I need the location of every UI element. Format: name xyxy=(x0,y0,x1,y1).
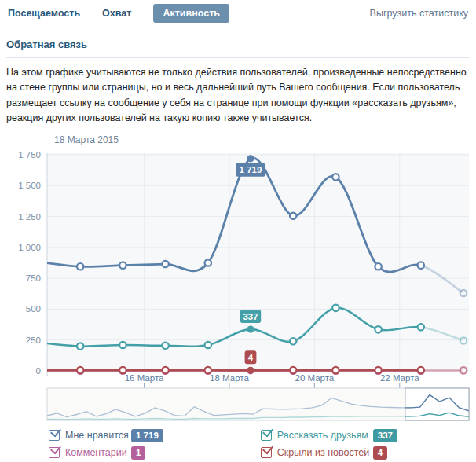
svg-text:1 500: 1 500 xyxy=(18,181,41,190)
chart-legend: Мне нравится 1 719 Комментарии 1 Рассказ… xyxy=(49,429,476,460)
svg-text:750: 750 xyxy=(26,273,41,283)
hidden-checkbox[interactable] xyxy=(261,447,272,458)
chart-selected-date: 18 Марта 2015 xyxy=(54,134,476,146)
svg-text:1 000: 1 000 xyxy=(18,242,41,251)
legend-label: Комментарии xyxy=(65,447,131,458)
svg-text:1 250: 1 250 xyxy=(18,211,41,221)
section-title: Обратная связь xyxy=(6,38,470,58)
legend-label: Рассказать друзьям xyxy=(277,430,373,441)
svg-text:1 719: 1 719 xyxy=(240,165,262,174)
checkmark-icon xyxy=(262,443,273,454)
activity-chart-block: 18 Марта 2015 02505007501 0001 2501 5001… xyxy=(0,134,476,424)
legend-label: Скрыли из новостей xyxy=(277,447,373,458)
legend-label: Мне нравится xyxy=(65,430,131,441)
export-statistics-link[interactable]: Выгрузить статистику xyxy=(370,8,468,19)
comments-checkbox[interactable] xyxy=(49,447,60,458)
legend-value-badge: 4 xyxy=(373,446,387,460)
tab-reach[interactable]: Охват xyxy=(102,8,131,19)
legend-value-badge: 1 719 xyxy=(131,429,163,442)
shares-checkbox[interactable] xyxy=(261,430,272,441)
legend-value-badge: 1 xyxy=(131,446,145,460)
line-chart-canvas[interactable]: 02505007501 0001 2501 5001 75016 Марта18… xyxy=(0,147,476,383)
likes-checkbox[interactable] xyxy=(49,430,60,441)
legend-item-comments: Комментарии 1 xyxy=(49,446,163,460)
svg-text:337: 337 xyxy=(243,311,258,321)
legend-item-hidden: Скрыли из новостей 4 xyxy=(261,446,397,460)
svg-text:1 750: 1 750 xyxy=(18,149,41,159)
chart-range-selector[interactable] xyxy=(0,383,476,424)
svg-text:22 Марта: 22 Марта xyxy=(380,373,419,383)
stats-tabbar: Посещаемость Охват Активность Выгрузить … xyxy=(0,0,476,28)
svg-text:4: 4 xyxy=(248,352,254,361)
legend-item-likes: Мне нравится 1 719 xyxy=(49,429,163,442)
svg-text:250: 250 xyxy=(26,335,41,344)
svg-text:500: 500 xyxy=(26,304,41,314)
legend-item-shares: Рассказать друзьям 337 xyxy=(261,429,397,442)
svg-text:20 Марта: 20 Марта xyxy=(295,373,335,383)
section-description: На этом графике учитываются не только де… xyxy=(6,65,470,126)
tab-visits[interactable]: Посещаемость xyxy=(8,8,80,19)
svg-text:16 Марта: 16 Марта xyxy=(125,373,164,383)
legend-value-badge: 337 xyxy=(373,429,397,442)
svg-text:18 Марта: 18 Марта xyxy=(210,373,249,383)
tab-activity[interactable]: Активность xyxy=(153,4,229,23)
svg-text:0: 0 xyxy=(36,366,41,376)
checkmark-icon xyxy=(50,443,61,454)
checkmark-icon xyxy=(50,426,61,437)
checkmark-icon xyxy=(262,426,273,437)
